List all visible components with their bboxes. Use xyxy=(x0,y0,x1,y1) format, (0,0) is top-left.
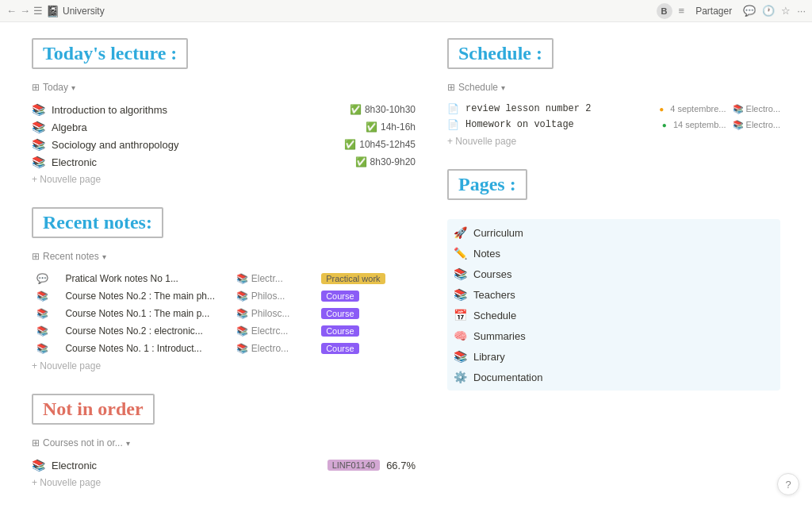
courses-db-chevron[interactable]: ▾ xyxy=(126,439,130,448)
check-icon: ✅ xyxy=(366,121,377,133)
today-rows: 📚 Introduction to algorithms ✅ 8h30-10h3… xyxy=(32,101,416,171)
row-doc-icon: 📄 xyxy=(447,119,459,130)
pages-title-box: Pages : xyxy=(447,169,527,200)
table-row: 📚 Electronic LINF01140 66.7% xyxy=(32,456,416,474)
recent-notes-chevron[interactable]: ▾ xyxy=(102,252,106,261)
teachers-icon: 📚 xyxy=(454,288,467,301)
clock-icon[interactable]: 🕐 xyxy=(762,5,775,17)
courses-db-header[interactable]: ⊞ Courses not in or... ▾ xyxy=(32,437,416,448)
not-in-order-add-page[interactable]: + Nouvelle page xyxy=(32,474,416,491)
table-row: 📚 Sociology and anthropology ✅ 10h45-12h… xyxy=(32,136,416,153)
row-name-cell: Course Notes No.2 : electronic... xyxy=(60,322,232,340)
row-name: Homework on voltage xyxy=(465,119,656,130)
star-icon[interactable]: ☆ xyxy=(781,5,791,17)
table-row: 📚 Algebra ✅ 14h-16h xyxy=(32,118,416,136)
notes-icon: ✏️ xyxy=(454,247,467,260)
row-name-cell: Pratical Work notes No 1... xyxy=(60,270,232,287)
schedule-icon: 📅 xyxy=(454,309,467,321)
content-area: Today's lecture : ⊞ Today ▾ 📚 Introducti… xyxy=(0,22,812,508)
row-name: Introduction to algorithms xyxy=(52,104,343,116)
db-table-icon2: ⊞ xyxy=(32,251,40,262)
table-row: 📚 Course Notes No. 1 : Introduct... 📚 El… xyxy=(32,340,416,357)
row-name: review lesson number 2 xyxy=(465,103,653,114)
courses-db-label: Courses not in or... xyxy=(43,437,123,448)
menu-dots-icon[interactable]: ≡ xyxy=(679,5,685,17)
back-icon[interactable]: ← xyxy=(6,5,17,17)
table-row: 📚 Introduction to algorithms ✅ 8h30-10h3… xyxy=(32,101,416,118)
page-item-label: Schedule xyxy=(473,310,516,321)
topnav: ← → ☰ 📓 University B ≡ Partager 💬 🕐 ☆ ··… xyxy=(0,0,812,22)
table-row: 💬 Pratical Work notes No 1... 📚 Electr..… xyxy=(32,270,416,287)
row-date: 14 septemb... xyxy=(673,120,726,129)
help-button[interactable]: ? xyxy=(777,473,799,495)
schedule-title: Schedule : xyxy=(458,43,542,64)
row-tag-cell: 📚 Electro... xyxy=(232,340,316,357)
page-item-courses[interactable]: 📚 Courses xyxy=(447,264,780,284)
row-name-cell: Course Notes No.1 : The main p... xyxy=(60,305,232,322)
row-time: ✅ 14h-16h xyxy=(366,121,416,133)
page-item-label: Summaries xyxy=(473,330,526,342)
pages-list: 🚀 Curriculum ✏️ Notes 📚 Courses 📚 Teache… xyxy=(447,219,780,391)
page-item-label: Notes xyxy=(473,248,500,260)
row-tag-cell: 📚 Philos... xyxy=(232,287,316,305)
progress-value: 66.7% xyxy=(386,460,416,471)
app-icon: 📓 xyxy=(46,5,59,17)
db-table-icon: ⊞ xyxy=(32,82,40,93)
recent-notes-title: Recent notes: xyxy=(43,212,152,233)
page-item-notes[interactable]: ✏️ Notes xyxy=(447,243,780,264)
row-badge-cell: Course xyxy=(316,305,416,322)
row-name-cell: Course Notes No.2 : The main ph... xyxy=(60,287,232,305)
library-icon: 📚 xyxy=(454,350,467,363)
row-name: Electronic xyxy=(52,460,321,471)
user-avatar[interactable]: B xyxy=(657,3,672,19)
schedule-db-label: Schedule xyxy=(458,82,498,93)
row-tag-cell: 📚 Philosc... xyxy=(232,305,316,322)
schedule-db-chevron[interactable]: ▾ xyxy=(501,83,505,92)
progress-container: LINF01140 66.7% xyxy=(327,460,416,471)
menu-icon[interactable]: ☰ xyxy=(33,5,43,17)
comment-icon[interactable]: 💬 xyxy=(743,5,756,17)
page-item-summaries[interactable]: 🧠 Summaries xyxy=(447,325,780,346)
recent-notes-title-box: Recent notes: xyxy=(32,207,163,238)
today-db-header[interactable]: ⊞ Today ▾ xyxy=(32,82,416,93)
recent-notes-add-page[interactable]: + Nouvelle page xyxy=(32,357,416,375)
today-db-chevron[interactable]: ▾ xyxy=(71,83,75,92)
schedule-add-page[interactable]: + Nouvelle page xyxy=(447,133,780,150)
schedule-db-header[interactable]: ⊞ Schedule ▾ xyxy=(447,82,780,93)
row-emoji-cell: 📚 xyxy=(32,340,60,357)
more-options-icon[interactable]: ··· xyxy=(797,5,806,17)
row-emoji-cell: 📚 xyxy=(32,305,60,322)
row-emoji-cell: 📚 xyxy=(32,322,60,340)
row-emoji-cell: 💬 xyxy=(32,270,60,287)
main-page: Today's lecture : ⊞ Today ▾ 📚 Introducti… xyxy=(0,22,812,508)
share-button[interactable]: Partager xyxy=(691,4,737,18)
forward-icon[interactable]: → xyxy=(20,5,30,17)
row-badge-cell: Practical work xyxy=(316,270,416,287)
page-item-curriculum[interactable]: 🚀 Curriculum xyxy=(447,222,780,243)
documentation-icon: ⚙️ xyxy=(454,371,467,383)
recent-notes-db-header[interactable]: ⊞ Recent notes ▾ xyxy=(32,251,416,262)
page-item-label: Curriculum xyxy=(473,227,523,239)
right-column: Schedule : ⊞ Schedule ▾ 📄 review lesson … xyxy=(447,38,780,492)
page-item-schedule[interactable]: 📅 Schedule xyxy=(447,305,780,325)
row-emoji: 📚 xyxy=(32,121,45,133)
table-row: 📚 Course Notes No.1 : The main p... 📚 Ph… xyxy=(32,305,416,322)
table-row: 📚 Electronic ✅ 8h30-9h20 xyxy=(32,153,416,171)
dot-green-icon: ● xyxy=(662,121,667,129)
page-item-teachers[interactable]: 📚 Teachers xyxy=(447,284,780,305)
page-item-library[interactable]: 📚 Library xyxy=(447,346,780,367)
curriculum-icon: 🚀 xyxy=(454,226,467,239)
summaries-icon: 🧠 xyxy=(454,329,467,342)
row-badge-cell: Course xyxy=(316,340,416,357)
row-emoji: 📚 xyxy=(32,156,45,168)
today-add-page[interactable]: + Nouvelle page xyxy=(32,171,416,188)
table-row: 📄 Homework on voltage ● 14 septemb... 📚 … xyxy=(447,117,780,133)
row-name: Algebra xyxy=(52,121,359,133)
page-item-documentation[interactable]: ⚙️ Documentation xyxy=(447,367,780,387)
recent-notes-db-label: Recent notes xyxy=(43,251,99,262)
row-emoji: 📚 xyxy=(32,138,45,151)
db-table-icon4: ⊞ xyxy=(447,82,455,93)
not-in-order-title-box: Not in order xyxy=(32,394,155,425)
table-row: 📄 review lesson number 2 ● 4 septembre..… xyxy=(447,101,780,117)
row-name-cell: Course Notes No. 1 : Introduct... xyxy=(60,340,232,357)
